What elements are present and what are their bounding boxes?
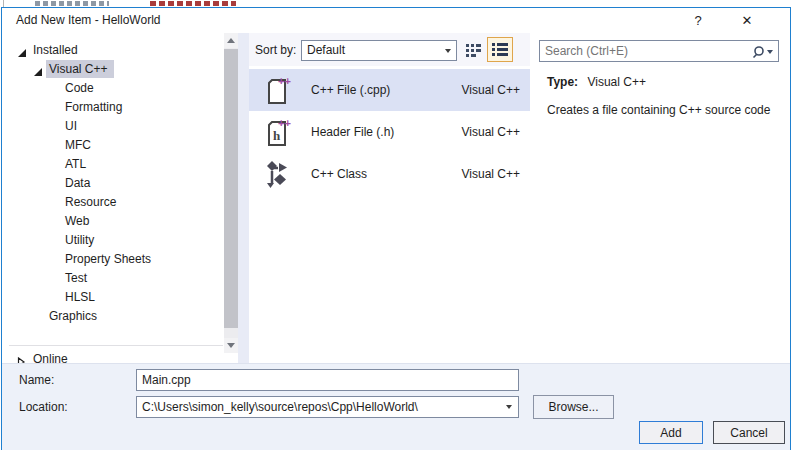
background-divider xyxy=(3,0,4,7)
svg-text:++: ++ xyxy=(278,117,291,129)
tree-node-visual-cpp[interactable]: Visual C++ xyxy=(9,60,223,78)
tree-node-label: Code xyxy=(65,81,94,95)
tree-node-label: Utility xyxy=(65,233,94,247)
sort-by-dropdown[interactable]: Default xyxy=(301,40,457,61)
tree-node-property-sheets[interactable]: Property Sheets xyxy=(65,250,223,268)
name-label: Name: xyxy=(19,373,54,387)
location-label: Location: xyxy=(19,400,68,414)
tree-node-label: Visual C++ xyxy=(49,60,107,78)
sort-by-value: Default xyxy=(307,43,345,57)
small-icons-view-button[interactable] xyxy=(463,39,484,61)
template-language: Visual C++ xyxy=(462,125,520,139)
tree-node-label: Resource xyxy=(65,195,116,209)
template-language: Visual C++ xyxy=(462,167,520,181)
tree-node-web[interactable]: Web xyxy=(65,212,223,230)
tree-node-ui[interactable]: UI xyxy=(65,117,223,135)
type-value: Visual C++ xyxy=(587,75,645,89)
tree-node-label: Web xyxy=(65,214,89,228)
small-icons-icon xyxy=(466,44,481,57)
details-panel: Type: Visual C++ Creates a file containi… xyxy=(530,33,790,363)
cpp-class-icon xyxy=(263,159,293,189)
tree-node-label: MFC xyxy=(65,138,91,152)
tree-node-label: Test xyxy=(65,271,87,285)
background-code-fragment xyxy=(35,1,109,6)
dialog-title: Add New Item - HelloWorld xyxy=(16,13,161,27)
tree-node-mfc[interactable]: MFC xyxy=(65,136,223,154)
list-view-icon xyxy=(492,43,508,56)
tree-node-data[interactable]: Data xyxy=(65,174,223,192)
collapsed-arrow-icon[interactable] xyxy=(17,354,26,363)
template-name: C++ Class xyxy=(311,167,367,181)
background-code-fragment xyxy=(150,1,236,6)
sort-toolbar: Sort by: Default xyxy=(249,33,530,66)
add-new-item-dialog: Add New Item - HelloWorld ? ✕ Installed … xyxy=(1,7,791,450)
search-input[interactable] xyxy=(545,44,735,58)
search-icon[interactable] xyxy=(752,45,774,62)
template-item-header-file[interactable]: h ++ Header File (.h) Visual C++ xyxy=(249,111,530,153)
screen: Add New Item - HelloWorld ? ✕ Installed … xyxy=(0,0,793,453)
list-view-button[interactable] xyxy=(487,37,513,62)
scroll-down-icon[interactable] xyxy=(224,338,238,353)
svg-text:h: h xyxy=(273,128,281,143)
panel-splitter[interactable] xyxy=(238,33,249,363)
template-item-cpp-file[interactable]: ++ C++ File (.cpp) Visual C++ xyxy=(249,69,530,111)
tree-node-label: Data xyxy=(65,176,90,190)
search-box[interactable] xyxy=(539,40,779,62)
add-label: Add xyxy=(660,426,681,440)
title-bar[interactable]: Add New Item - HelloWorld ? ✕ xyxy=(2,8,790,33)
category-tree-panel: Installed Visual C++ Code Formatting UI … xyxy=(9,33,239,363)
header-file-icon: h ++ xyxy=(263,117,293,147)
template-description: Creates a file containing C++ source cod… xyxy=(547,103,770,117)
template-list-panel: Sort by: Default xyxy=(249,33,530,363)
template-item-cpp-class[interactable]: C++ Class Visual C++ xyxy=(249,153,530,195)
cancel-label: Cancel xyxy=(730,426,767,440)
cancel-button[interactable]: Cancel xyxy=(713,421,785,444)
close-button[interactable]: ✕ xyxy=(728,11,766,31)
template-type-row: Type: Visual C++ xyxy=(547,75,646,89)
sort-by-label: Sort by: xyxy=(255,43,296,57)
tree-node-graphics[interactable]: Graphics xyxy=(49,307,223,325)
tree-node-label: Graphics xyxy=(49,309,97,323)
chevron-down-icon[interactable] xyxy=(506,405,512,409)
tree-node-installed[interactable]: Installed xyxy=(9,41,223,59)
chevron-down-icon xyxy=(445,49,451,53)
tree-node-label: Online xyxy=(33,350,68,363)
type-label: Type: xyxy=(547,75,578,89)
browse-label: Browse... xyxy=(548,400,598,414)
tree-node-test[interactable]: Test xyxy=(65,269,223,287)
tree-node-label: HLSL xyxy=(65,290,95,304)
tree-node-label: ATL xyxy=(65,157,86,171)
tree-node-label: UI xyxy=(65,119,77,133)
tree-node-hlsl[interactable]: HLSL xyxy=(65,288,223,306)
tree-node-formatting[interactable]: Formatting xyxy=(65,98,223,116)
template-name: C++ File (.cpp) xyxy=(311,83,390,97)
scroll-up-icon[interactable] xyxy=(224,33,238,48)
template-language: Visual C++ xyxy=(462,83,520,97)
tree-node-label: Formatting xyxy=(65,100,122,114)
location-value: C:\Users\simon_kelly\source\repos\Cpp\He… xyxy=(142,400,418,414)
template-name: Header File (.h) xyxy=(311,125,394,139)
cpp-file-icon: ++ xyxy=(263,75,293,105)
background-window-strip xyxy=(0,0,793,7)
svg-text:++: ++ xyxy=(278,75,291,87)
tree-node-online[interactable]: Online xyxy=(9,350,223,363)
tree-node-utility[interactable]: Utility xyxy=(65,231,223,249)
location-combobox[interactable]: C:\Users\simon_kelly\source\repos\Cpp\He… xyxy=(136,396,519,418)
tree-node-resource[interactable]: Resource xyxy=(65,193,223,211)
help-button[interactable]: ? xyxy=(682,11,714,31)
name-input[interactable] xyxy=(136,369,519,391)
expanded-arrow-icon[interactable] xyxy=(33,64,43,82)
tree-node-label: Installed xyxy=(33,41,78,59)
tree-scrollbar[interactable] xyxy=(224,33,238,353)
browse-button[interactable]: Browse... xyxy=(533,395,614,419)
tree-node-label: Property Sheets xyxy=(65,252,151,266)
scrollbar-thumb[interactable] xyxy=(224,49,238,328)
tree-node-code[interactable]: Code xyxy=(65,79,223,97)
tree-node-atl[interactable]: ATL xyxy=(65,155,223,173)
dialog-footer: Name: Location: C:\Users\simon_kelly\sou… xyxy=(2,363,790,450)
tree-separator xyxy=(9,345,223,346)
add-button[interactable]: Add xyxy=(639,421,703,444)
